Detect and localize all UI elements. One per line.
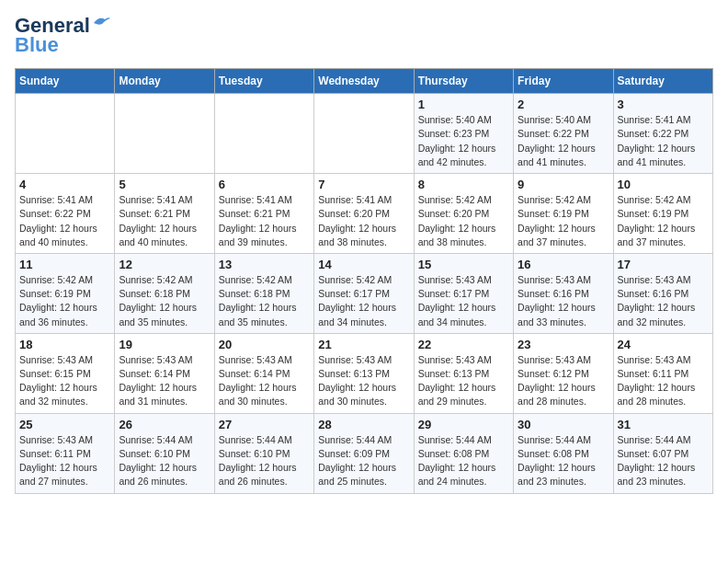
col-header-friday: Friday [514,69,613,94]
day-info: Sunrise: 5:41 AM Sunset: 6:20 PM Dayligh… [318,193,409,249]
day-number: 10 [618,178,709,191]
day-cell: 8Sunrise: 5:42 AM Sunset: 6:20 PM Daylig… [414,174,513,254]
day-cell: 3Sunrise: 5:41 AM Sunset: 6:22 PM Daylig… [613,94,712,174]
day-number: 17 [618,258,709,271]
day-info: Sunrise: 5:42 AM Sunset: 6:20 PM Dayligh… [418,193,509,249]
day-info: Sunrise: 5:41 AM Sunset: 6:21 PM Dayligh… [219,193,310,249]
day-info: Sunrise: 5:43 AM Sunset: 6:13 PM Dayligh… [318,353,409,409]
day-number: 9 [518,178,609,191]
day-cell: 20Sunrise: 5:43 AM Sunset: 6:14 PM Dayli… [214,333,313,413]
day-info: Sunrise: 5:43 AM Sunset: 6:14 PM Dayligh… [219,353,310,409]
day-info: Sunrise: 5:41 AM Sunset: 6:21 PM Dayligh… [119,193,210,249]
day-info: Sunrise: 5:43 AM Sunset: 6:16 PM Dayligh… [618,273,709,329]
day-number: 22 [418,338,509,351]
col-header-tuesday: Tuesday [214,69,313,94]
day-cell: 27Sunrise: 5:44 AM Sunset: 6:10 PM Dayli… [214,413,313,493]
logo-bird-icon [92,14,112,30]
day-cell: 21Sunrise: 5:43 AM Sunset: 6:13 PM Dayli… [314,333,414,413]
day-cell: 23Sunrise: 5:43 AM Sunset: 6:12 PM Dayli… [514,333,613,413]
col-header-wednesday: Wednesday [314,69,414,94]
day-number: 24 [618,338,709,351]
day-number: 7 [318,178,409,191]
week-row-1: 1Sunrise: 5:40 AM Sunset: 6:23 PM Daylig… [16,94,713,174]
day-info: Sunrise: 5:42 AM Sunset: 6:18 PM Dayligh… [219,273,310,329]
day-number: 28 [318,418,409,431]
day-number: 15 [418,258,509,271]
week-row-5: 25Sunrise: 5:43 AM Sunset: 6:11 PM Dayli… [16,413,713,493]
day-info: Sunrise: 5:42 AM Sunset: 6:19 PM Dayligh… [19,273,110,329]
day-number: 13 [219,258,310,271]
day-info: Sunrise: 5:43 AM Sunset: 6:11 PM Dayligh… [19,433,110,489]
day-info: Sunrise: 5:44 AM Sunset: 6:08 PM Dayligh… [518,433,609,489]
day-info: Sunrise: 5:42 AM Sunset: 6:18 PM Dayligh… [119,273,210,329]
day-cell [314,94,414,174]
day-cell: 30Sunrise: 5:44 AM Sunset: 6:08 PM Dayli… [514,413,613,493]
day-number: 1 [418,98,509,111]
day-info: Sunrise: 5:40 AM Sunset: 6:23 PM Dayligh… [418,113,509,169]
day-cell: 13Sunrise: 5:42 AM Sunset: 6:18 PM Dayli… [214,253,313,333]
day-info: Sunrise: 5:44 AM Sunset: 6:10 PM Dayligh… [119,433,210,489]
day-info: Sunrise: 5:44 AM Sunset: 6:07 PM Dayligh… [618,433,709,489]
day-number: 8 [418,178,509,191]
day-info: Sunrise: 5:44 AM Sunset: 6:08 PM Dayligh… [418,433,509,489]
day-cell: 11Sunrise: 5:42 AM Sunset: 6:19 PM Dayli… [16,253,115,333]
day-info: Sunrise: 5:40 AM Sunset: 6:22 PM Dayligh… [518,113,609,169]
day-number: 12 [119,258,210,271]
col-header-sunday: Sunday [16,69,115,94]
week-row-4: 18Sunrise: 5:43 AM Sunset: 6:15 PM Dayli… [16,333,713,413]
day-info: Sunrise: 5:42 AM Sunset: 6:19 PM Dayligh… [618,193,709,249]
day-cell: 2Sunrise: 5:40 AM Sunset: 6:22 PM Daylig… [514,94,613,174]
calendar-table: SundayMondayTuesdayWednesdayThursdayFrid… [15,68,713,493]
day-number: 30 [518,418,609,431]
logo-blue: Blue [15,33,59,57]
day-number: 6 [219,178,310,191]
day-info: Sunrise: 5:43 AM Sunset: 6:15 PM Dayligh… [19,353,110,409]
day-cell: 25Sunrise: 5:43 AM Sunset: 6:11 PM Dayli… [16,413,115,493]
day-number: 16 [518,258,609,271]
day-number: 14 [318,258,409,271]
day-cell: 22Sunrise: 5:43 AM Sunset: 6:13 PM Dayli… [414,333,513,413]
day-cell: 12Sunrise: 5:42 AM Sunset: 6:18 PM Dayli… [115,253,214,333]
day-number: 23 [518,338,609,351]
day-cell: 14Sunrise: 5:42 AM Sunset: 6:17 PM Dayli… [314,253,414,333]
day-number: 26 [119,418,210,431]
day-number: 4 [19,178,110,191]
col-header-saturday: Saturday [613,69,712,94]
day-cell: 6Sunrise: 5:41 AM Sunset: 6:21 PM Daylig… [214,174,313,254]
day-cell [115,94,214,174]
day-info: Sunrise: 5:43 AM Sunset: 6:11 PM Dayligh… [618,353,709,409]
day-cell: 29Sunrise: 5:44 AM Sunset: 6:08 PM Dayli… [414,413,513,493]
week-row-2: 4Sunrise: 5:41 AM Sunset: 6:22 PM Daylig… [16,174,713,254]
day-cell: 24Sunrise: 5:43 AM Sunset: 6:11 PM Dayli… [613,333,712,413]
day-number: 29 [418,418,509,431]
day-number: 3 [618,98,709,111]
day-cell: 18Sunrise: 5:43 AM Sunset: 6:15 PM Dayli… [16,333,115,413]
day-info: Sunrise: 5:43 AM Sunset: 6:17 PM Dayligh… [418,273,509,329]
week-row-3: 11Sunrise: 5:42 AM Sunset: 6:19 PM Dayli… [16,253,713,333]
day-cell: 31Sunrise: 5:44 AM Sunset: 6:07 PM Dayli… [613,413,712,493]
day-info: Sunrise: 5:43 AM Sunset: 6:16 PM Dayligh… [518,273,609,329]
day-number: 31 [618,418,709,431]
day-number: 27 [219,418,310,431]
col-header-thursday: Thursday [414,69,513,94]
day-info: Sunrise: 5:42 AM Sunset: 6:19 PM Dayligh… [518,193,609,249]
day-info: Sunrise: 5:43 AM Sunset: 6:12 PM Dayligh… [518,353,609,409]
day-number: 5 [119,178,210,191]
logo: General Blue [15,15,112,57]
day-cell [16,94,115,174]
day-cell: 19Sunrise: 5:43 AM Sunset: 6:14 PM Dayli… [115,333,214,413]
day-info: Sunrise: 5:44 AM Sunset: 6:10 PM Dayligh… [219,433,310,489]
day-cell: 17Sunrise: 5:43 AM Sunset: 6:16 PM Dayli… [613,253,712,333]
page-header: General Blue [15,15,713,57]
day-cell: 7Sunrise: 5:41 AM Sunset: 6:20 PM Daylig… [314,174,414,254]
day-info: Sunrise: 5:44 AM Sunset: 6:09 PM Dayligh… [318,433,409,489]
day-cell: 26Sunrise: 5:44 AM Sunset: 6:10 PM Dayli… [115,413,214,493]
day-number: 2 [518,98,609,111]
header-row: SundayMondayTuesdayWednesdayThursdayFrid… [16,69,713,94]
day-cell [214,94,313,174]
day-number: 19 [119,338,210,351]
day-cell: 16Sunrise: 5:43 AM Sunset: 6:16 PM Dayli… [514,253,613,333]
day-info: Sunrise: 5:42 AM Sunset: 6:17 PM Dayligh… [318,273,409,329]
day-number: 21 [318,338,409,351]
day-info: Sunrise: 5:41 AM Sunset: 6:22 PM Dayligh… [618,113,709,169]
